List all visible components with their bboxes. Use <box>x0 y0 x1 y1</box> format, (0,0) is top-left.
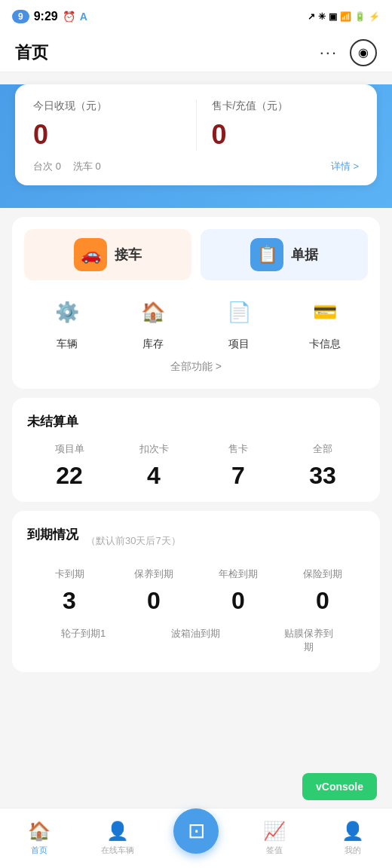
all-item[interactable]: 全部 33 <box>280 442 365 490</box>
divider <box>196 99 197 151</box>
film-expiry-label: 贴膜保养到期 <box>253 627 365 654</box>
project-icon: 📄 <box>219 292 259 332</box>
vehicle-icon: ⚙️ <box>47 292 87 332</box>
expiry-grid: 卡到期 3 保养到期 0 年检到期 0 保险到期 0 <box>27 567 365 615</box>
home-label: 首页 <box>31 845 47 856</box>
project-order-value: 22 <box>27 462 112 490</box>
receipt-button[interactable]: 📋 单据 <box>201 229 368 280</box>
location-icon: ↗ <box>308 11 315 22</box>
detail-link[interactable]: 详情 > <box>331 160 359 173</box>
today-label: 今日收现（元） <box>33 99 181 113</box>
receive-label: 接车 <box>115 246 142 264</box>
wash-value: 0 <box>95 160 100 172</box>
sign-icon: 📈 <box>263 821 286 842</box>
charge-icon: ⚡ <box>369 11 380 22</box>
maintenance-expiry-item[interactable]: 保养到期 0 <box>112 567 196 615</box>
header-actions: ··· ◉ <box>320 39 377 66</box>
card-info-button[interactable]: 💳 卡信息 <box>305 292 345 351</box>
today-stats: 今日收现（元） 0 <box>33 99 181 151</box>
vehicle-button[interactable]: ⚙️ 车辆 <box>47 292 87 351</box>
a-icon: A <box>80 11 87 23</box>
card-label: 卡信息 <box>309 338 341 351</box>
vehicles-label: 在线车辆 <box>101 845 134 856</box>
vehicles-icon: 👤 <box>106 821 129 842</box>
status-time: 9:29 <box>34 10 58 23</box>
signal-icon: 📶 <box>340 11 351 22</box>
wash-label: 洗车 <box>73 160 93 172</box>
insurance-expiry-value: 0 <box>280 587 365 615</box>
bottom-nav: 🏠 首页 👤 在线车辆 ⊡ 📈 签值 👤 我的 <box>0 808 392 868</box>
home-icon: 🏠 <box>28 821 51 842</box>
mine-label: 我的 <box>345 845 361 856</box>
card-expiry-value: 3 <box>27 587 112 615</box>
maintenance-expiry-label: 保养到期 <box>112 567 196 581</box>
film-expiry-item[interactable]: 贴膜保养到期 <box>253 627 365 660</box>
alarm-icon: ⏰ <box>63 11 75 23</box>
screen-icon: ▣ <box>329 11 337 22</box>
gearbox-expiry-item[interactable]: 波箱油到期 <box>139 627 252 660</box>
expiry-title-row: 到期情况 （默认前30天后7天） <box>27 526 365 555</box>
center-scan-icon: ⊡ <box>188 818 205 843</box>
inventory-button[interactable]: 🏠 库存 <box>133 292 173 351</box>
project-label: 项目 <box>228 338 250 351</box>
sale-stats: 售卡/充值（元） 0 <box>212 99 360 151</box>
project-order-item[interactable]: 项目单 22 <box>27 442 112 490</box>
stats-row: 今日收现（元） 0 售卡/充值（元） 0 <box>33 99 359 151</box>
stats-sub: 台次 0 洗车 0 详情 > <box>33 160 359 173</box>
mine-icon: 👤 <box>341 821 364 842</box>
more-button[interactable]: ··· <box>320 43 338 63</box>
sell-card-label: 售卡 <box>196 442 280 456</box>
annual-expiry-label: 年检到期 <box>196 567 280 581</box>
page-title: 首页 <box>15 41 48 64</box>
deduct-card-label: 扣次卡 <box>112 442 196 456</box>
gearbox-expiry-label: 波箱油到期 <box>139 627 252 640</box>
nav-sign[interactable]: 📈 签值 <box>235 808 314 868</box>
scan-button[interactable]: ◉ <box>350 39 377 66</box>
nav-vehicles[interactable]: 👤 在线车辆 <box>78 808 157 868</box>
wash-item: 洗车 0 <box>73 160 101 173</box>
center-scan-button[interactable]: ⊡ <box>173 808 219 854</box>
sell-card-item[interactable]: 售卡 7 <box>196 442 280 490</box>
nav-mine[interactable]: 👤 我的 <box>314 808 392 868</box>
tire-expiry-item[interactable]: 轮子到期1 <box>27 627 139 660</box>
insurance-expiry-item[interactable]: 保险到期 0 <box>280 567 365 615</box>
bluetooth-icon: ✳ <box>318 11 326 22</box>
expiry-subtitle: （默认前30天后7天） <box>86 534 181 548</box>
project-order-label: 项目单 <box>27 442 112 456</box>
annual-expiry-item[interactable]: 年检到期 0 <box>196 567 280 615</box>
scan-icon: ◉ <box>358 45 369 60</box>
nav-home[interactable]: 🏠 首页 <box>0 808 78 868</box>
status-left: 9 9:29 ⏰ A <box>12 10 87 23</box>
card-expiry-item[interactable]: 卡到期 3 <box>27 567 112 615</box>
all-value: 33 <box>280 462 365 490</box>
status-right: ↗ ✳ ▣ 📶 🔋 ⚡ <box>308 11 380 22</box>
count-item: 台次 0 <box>33 160 61 173</box>
receive-icon: 🚗 <box>74 238 107 271</box>
sale-value: 0 <box>212 119 360 151</box>
receipt-icon: 📋 <box>250 238 283 271</box>
annual-expiry-value: 0 <box>196 587 280 615</box>
action-top: 🚗 接车 📋 单据 <box>24 229 368 280</box>
nav-scan[interactable]: ⊡ <box>157 824 235 854</box>
receive-car-button[interactable]: 🚗 接车 <box>24 229 191 280</box>
action-section: 🚗 接车 📋 单据 ⚙️ 车辆 🏠 库存 📄 项目 💳 <box>12 217 380 389</box>
all-label: 全部 <box>280 442 365 456</box>
inventory-icon: 🏠 <box>133 292 173 332</box>
sale-label: 售卡/充值（元） <box>212 99 360 113</box>
sell-card-value: 7 <box>196 462 280 490</box>
project-button[interactable]: 📄 项目 <box>219 292 259 351</box>
deduct-card-value: 4 <box>112 462 196 490</box>
expiry-title: 到期情况 <box>27 526 78 543</box>
expiry-row2: 轮子到期1 波箱油到期 贴膜保养到期 <box>27 627 365 660</box>
deduct-card-item[interactable]: 扣次卡 4 <box>112 442 196 490</box>
unsettled-section: 未结算单 项目单 22 扣次卡 4 售卡 7 全部 33 <box>12 398 380 502</box>
stats-sub-left: 台次 0 洗车 0 <box>33 160 101 173</box>
count-label: 台次 <box>33 160 53 172</box>
status-bar: 9 9:29 ⏰ A ↗ ✳ ▣ 📶 🔋 ⚡ <box>0 0 392 33</box>
card-icon: 💳 <box>305 292 345 332</box>
icon-grid: ⚙️ 车辆 🏠 库存 📄 项目 💳 卡信息 <box>24 292 368 351</box>
vconsole-button[interactable]: vConsole <box>302 773 377 800</box>
stats-card: 今日收现（元） 0 售卡/充值（元） 0 台次 0 洗车 0 <box>15 84 377 185</box>
all-functions-link[interactable]: 全部功能 > <box>24 351 368 377</box>
battery-icon: 🔋 <box>354 11 366 22</box>
